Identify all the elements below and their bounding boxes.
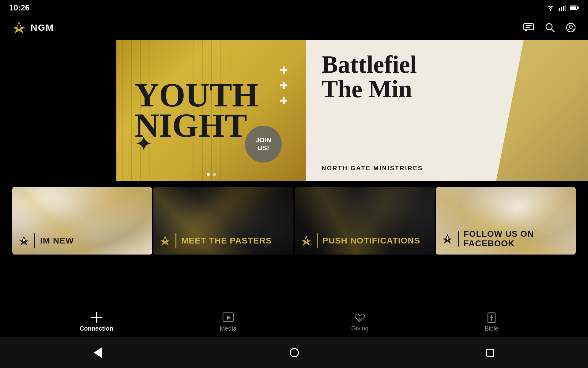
card-follow-facebook[interactable]: FOLLOW US ON FACEBOOK: [436, 187, 576, 255]
svg-line-14: [552, 29, 554, 32]
join-us-text: JOINUS!: [255, 136, 271, 152]
card1-divider: [34, 233, 35, 248]
card1-label: IM NEW: [12, 227, 152, 255]
cards-section: IM NEW MEET THE PASTERS PUSH NOTIFICATIO…: [0, 187, 588, 255]
app-logo-icon: [12, 21, 26, 34]
card3-text: PUSH NOTIFICATIONS: [322, 236, 420, 246]
card-im-new[interactable]: IM NEW: [12, 187, 152, 255]
card4-text: FOLLOW US ON FACEBOOK: [464, 229, 570, 248]
account-icon[interactable]: [566, 23, 576, 33]
bottom-nav: Connection Media Giving Bible: [0, 307, 588, 337]
card3-label: PUSH NOTIFICATIONS: [295, 227, 435, 255]
dot-1[interactable]: [207, 173, 210, 176]
card1-text: IM NEW: [40, 236, 74, 246]
card3-logo: [301, 235, 312, 246]
status-icons: [546, 5, 579, 11]
slide1-content: Youth NIGHT: [116, 40, 306, 181]
card2-divider: [175, 233, 176, 248]
home-button[interactable]: [290, 348, 299, 357]
status-bar: 10:26: [0, 0, 588, 15]
svg-rect-10: [524, 24, 533, 30]
svg-rect-7: [578, 7, 579, 9]
battlefield-text: Battlefiel The Min: [322, 52, 573, 101]
app-logo: NGM: [12, 21, 54, 34]
svg-rect-2: [561, 7, 562, 11]
svg-rect-11: [526, 25, 532, 26]
svg-marker-26: [227, 315, 231, 320]
svg-point-0: [550, 10, 552, 11]
nav-bible-label: Bible: [485, 325, 498, 332]
status-time: 10:26: [9, 3, 30, 13]
app-bar: NGM: [0, 15, 588, 40]
system-nav: [0, 337, 588, 368]
svg-rect-1: [559, 8, 560, 11]
nav-bible[interactable]: Bible: [473, 312, 510, 332]
hero-slide-1[interactable]: Youth NIGHT ✦ ✚ ✚ ✚ JOINUS!: [116, 40, 306, 181]
card4-divider: [458, 231, 459, 247]
card-meet-pasters[interactable]: MEET THE PASTERS: [153, 187, 293, 255]
search-icon[interactable]: [545, 23, 555, 33]
card2-text: MEET THE PASTERS: [181, 236, 272, 246]
plus-signs: ✚ ✚ ✚: [280, 64, 288, 107]
wifi-icon: [546, 5, 555, 11]
chat-icon[interactable]: [523, 23, 534, 32]
connection-icon: [91, 312, 102, 323]
svg-rect-3: [563, 6, 564, 11]
nav-media[interactable]: Media: [210, 312, 247, 332]
card4-logo: [442, 233, 453, 244]
nav-giving[interactable]: Giving: [341, 312, 378, 332]
svg-point-16: [569, 25, 572, 28]
card1-logo: [18, 235, 29, 246]
bible-icon: [487, 312, 496, 323]
card3-divider: [317, 233, 318, 248]
media-icon: [222, 312, 234, 323]
signal-icon: [559, 5, 566, 11]
svg-point-13: [546, 24, 552, 30]
svg-rect-12: [526, 27, 530, 28]
north-gate-text: NORTH GATE MINISTRIRES: [322, 165, 423, 172]
card2-logo: [160, 235, 171, 246]
giving-icon: [354, 312, 365, 323]
svg-rect-6: [570, 6, 576, 9]
nav-connection[interactable]: Connection: [78, 312, 115, 332]
battery-icon: [570, 5, 579, 10]
join-us-button[interactable]: JOINUS!: [245, 126, 282, 163]
card2-label: MEET THE PASTERS: [153, 227, 293, 255]
nav-connection-label: Connection: [80, 325, 113, 332]
card-push-notifications[interactable]: PUSH NOTIFICATIONS: [295, 187, 435, 255]
nav-giving-label: Giving: [351, 325, 369, 332]
recents-button[interactable]: [486, 349, 494, 357]
app-bar-actions: [523, 23, 576, 33]
hero-carousel[interactable]: Youth NIGHT ✦ ✚ ✚ ✚ JOINUS! Battlefiel T…: [116, 40, 588, 181]
card4-label: FOLLOW US ON FACEBOOK: [436, 223, 576, 255]
star-decoration: ✦: [135, 131, 153, 156]
carousel-dots: [207, 173, 216, 176]
hero-slide-2[interactable]: Battlefiel The Min NORTH GATE MINISTRIRE…: [306, 40, 588, 181]
nav-media-label: Media: [220, 325, 236, 332]
dot-2[interactable]: [213, 173, 216, 176]
app-title: NGM: [31, 22, 54, 33]
back-button[interactable]: [94, 347, 102, 358]
slide2-content: Battlefiel The Min: [306, 40, 588, 113]
svg-rect-4: [565, 5, 566, 11]
